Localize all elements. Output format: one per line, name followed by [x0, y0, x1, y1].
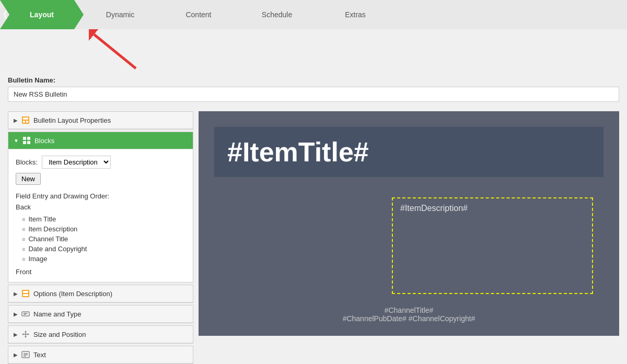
svg-line-1 — [94, 34, 136, 68]
bulletin-layout-arrow: ▶ — [14, 118, 18, 123]
text-arrow: ▶ — [14, 352, 18, 358]
blocks-title: Blocks — [34, 137, 54, 145]
text-title: Text — [33, 351, 46, 359]
blocks-select[interactable]: Item Description — [42, 156, 111, 169]
svg-rect-9 — [27, 141, 30, 144]
item-description-block[interactable]: #ItemDescription# — [392, 197, 593, 294]
channel-pub-copyright: #ChannelPubDate# #ChannelCopyright# — [199, 314, 619, 323]
drag-icon: ≡ — [22, 246, 25, 252]
svg-rect-4 — [23, 121, 25, 123]
text-section: ▶ Text — [8, 346, 193, 364]
list-item: ≡ Item Description — [22, 224, 185, 234]
tab-schedule[interactable]: Schedule — [235, 0, 319, 29]
svg-rect-6 — [23, 137, 26, 140]
name-type-arrow: ▶ — [14, 311, 18, 317]
tab-dynamic[interactable]: Dynamic — [78, 0, 162, 29]
channel-info: #ChannelTitle# #ChannelPubDate# #Channel… — [199, 306, 619, 323]
svg-rect-3 — [23, 118, 28, 120]
options-header[interactable]: ▶ Options (Item Description) — [8, 285, 193, 302]
svg-marker-18 — [25, 331, 27, 332]
tab-extras[interactable]: Extras — [314, 0, 397, 29]
channel-title-text: #ChannelTitle# — [199, 306, 619, 314]
size-position-icon — [21, 330, 30, 339]
blocks-label: Blocks: — [16, 158, 38, 166]
canvas-area: #ItemTitle# #ItemDescription# #ChannelTi… — [199, 111, 619, 336]
field-list: ≡ Item Title ≡ Item Description ≡ Channe… — [22, 214, 185, 264]
red-arrow — [89, 29, 141, 71]
drag-icon: ≡ — [22, 216, 25, 222]
size-position-section: ▶ Size and Position — [8, 325, 193, 344]
blocks-section: ▼ Blocks Blocks: Item Description — [8, 132, 193, 283]
options-arrow: ▶ — [14, 291, 18, 297]
item-title-block[interactable]: #ItemTitle# — [214, 127, 603, 177]
name-type-section: ▶ Name and Type — [8, 305, 193, 323]
blocks-header[interactable]: ▼ Blocks — [8, 132, 193, 149]
svg-rect-11 — [23, 291, 28, 293]
new-button[interactable]: New — [16, 173, 41, 185]
list-item: ≡ Channel Title — [22, 234, 185, 244]
list-item: ≡ Item Title — [22, 214, 185, 224]
text-header[interactable]: ▶ Text — [8, 346, 193, 363]
svg-rect-7 — [27, 137, 30, 140]
options-icon — [21, 289, 30, 298]
list-item: ≡ Date and Copyright — [22, 244, 185, 254]
svg-rect-8 — [23, 141, 26, 144]
svg-marker-19 — [25, 336, 27, 338]
blocks-content: Blocks: Item Description New Field Entry… — [8, 149, 193, 282]
options-section: ▶ Options (Item Description) — [8, 285, 193, 303]
options-title: Options (Item Description) — [33, 290, 112, 298]
front-label: Front — [16, 268, 185, 276]
size-position-arrow: ▶ — [14, 332, 18, 337]
svg-marker-20 — [22, 333, 24, 335]
svg-rect-13 — [22, 312, 29, 316]
name-type-title: Name and Type — [33, 310, 82, 318]
list-item: ≡ Image — [22, 254, 185, 264]
blocks-arrow: ▼ — [14, 138, 19, 144]
right-panel: #ItemTitle# #ItemDescription# #ChannelTi… — [199, 111, 619, 364]
item-description-text: #ItemDescription# — [400, 204, 468, 213]
drag-icon: ≡ — [22, 236, 25, 242]
blocks-icon — [22, 136, 31, 145]
bulletin-layout-header[interactable]: ▶ Bulletin Layout Properties — [8, 112, 193, 129]
size-position-header[interactable]: ▶ Size and Position — [8, 326, 193, 343]
main-area: ▶ Bulletin Layout Properties ▼ — [0, 106, 627, 364]
arrow-container — [0, 29, 627, 71]
bulletin-name-input[interactable] — [8, 87, 619, 102]
top-navigation: ? Layout Dynamic Content Schedule Extras — [0, 0, 627, 29]
left-panel: ▶ Bulletin Layout Properties ▼ — [8, 111, 193, 364]
bulletin-name-label: Bulletin Name: — [8, 76, 619, 84]
field-order-label: Field Entry and Drawing Order: — [16, 192, 185, 200]
svg-marker-21 — [28, 333, 29, 335]
tab-content[interactable]: Content — [157, 0, 240, 29]
layout-icon — [21, 115, 30, 125]
item-title-text: #ItemTitle# — [227, 137, 369, 167]
tab-layout[interactable]: Layout — [0, 0, 84, 29]
svg-rect-12 — [23, 294, 28, 296]
name-type-header[interactable]: ▶ Name and Type — [8, 306, 193, 323]
blocks-row: Blocks: Item Description — [16, 156, 185, 169]
size-position-title: Size and Position — [33, 331, 86, 338]
bulletin-name-section: Bulletin Name: — [0, 71, 627, 106]
name-type-icon — [21, 309, 30, 319]
text-icon — [21, 350, 30, 359]
back-label: Back — [16, 203, 185, 211]
bulletin-layout-title: Bulletin Layout Properties — [33, 116, 111, 124]
drag-icon: ≡ — [22, 256, 25, 262]
svg-rect-5 — [26, 121, 28, 123]
bulletin-layout-section: ▶ Bulletin Layout Properties — [8, 111, 193, 130]
drag-icon: ≡ — [22, 226, 25, 232]
